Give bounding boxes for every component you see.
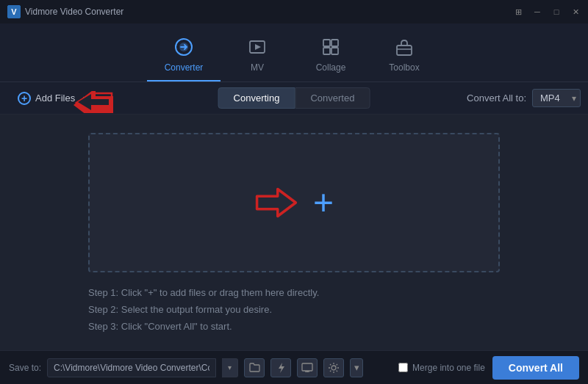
settings-dropdown-icon[interactable]: ▾ [350,358,363,377]
nav-tabs: Converter MV Collage [0,23,588,82]
toolbar: + Add Files ▾ Converting Converted Conve… [0,82,588,115]
tab-converter[interactable]: Converter [147,30,220,81]
convert-all-to-label: Convert All to: [467,93,526,104]
tab-toolbox[interactable]: Toolbox [368,30,441,81]
save-to-label: Save to: [9,363,41,373]
maximize-icon[interactable]: □ [551,7,562,17]
bottom-bar: Save to: ▾ ▾ Merge into one file Convert… [0,350,588,384]
app-icon: V [7,5,21,18]
convert-all-button[interactable]: Convert All [492,356,579,380]
sub-tab-converted[interactable]: Converted [295,87,370,109]
svg-point-17 [331,366,336,370]
svg-rect-14 [302,363,312,371]
settings-icon-button[interactable] [323,358,344,377]
add-files-label: Add Files [35,93,75,104]
converter-icon [174,37,193,59]
tab-collage[interactable]: Collage [294,30,368,81]
step-1: Step 1: Click "+" to add files or drag t… [88,287,500,298]
svg-rect-6 [331,40,338,46]
merge-label-text: Merge into one file [412,363,485,373]
tab-converter-label: Converter [165,62,204,73]
toolbar-annotation-arrow [74,91,113,116]
format-select-wrapper: MP4 AVI MKV MOV [532,89,581,107]
merge-checkbox-label[interactable]: Merge into one file [398,363,485,373]
titlebar: V Vidmore Video Converter ⊞ ─ □ ✕ [0,0,588,23]
svg-rect-7 [323,48,330,54]
drop-zone-arrow-icon [254,186,298,219]
titlebar-title: Vidmore Video Converter [25,7,123,17]
titlebar-controls: ⊞ ─ □ ✕ [513,7,581,17]
tab-toolbox-label: Toolbox [389,62,419,73]
plus-circle-icon: + [18,92,31,105]
format-select[interactable]: MP4 AVI MKV MOV [532,89,581,107]
lightning-icon-button[interactable] [270,358,291,377]
sub-tab-converting[interactable]: Converting [218,87,295,109]
tab-collage-label: Collage [316,62,346,73]
titlebar-left: V Vidmore Video Converter [7,5,123,18]
convert-all-to: Convert All to: MP4 AVI MKV MOV [467,89,581,107]
save-path-input[interactable] [47,358,216,377]
folder-icon-button[interactable] [244,358,265,377]
tab-mv-label: MV [251,62,264,73]
grid-icon[interactable]: ⊞ [513,7,523,17]
minimize-icon[interactable]: ─ [532,7,542,17]
drop-zone-plus-icon: + [313,185,334,220]
drop-zone[interactable]: + [88,133,500,272]
close-icon[interactable]: ✕ [570,7,581,17]
tab-mv[interactable]: MV [220,30,294,81]
display-icon-button[interactable] [297,358,318,377]
sub-tabs: Converting Converted [218,87,370,109]
save-path-dropdown-icon[interactable]: ▾ [222,358,238,377]
steps-container: Step 1: Click "+" to add files or drag t… [88,287,500,332]
step-2: Step 2: Select the output format you des… [88,304,500,315]
mv-icon [248,37,267,59]
step-3: Step 3: Click "Convert All" to start. [88,321,500,332]
main-content: + Step 1: Click "+" to add files or drag… [0,115,588,350]
merge-checkbox[interactable] [398,363,408,372]
svg-rect-8 [331,48,338,54]
collage-icon [321,37,340,59]
svg-rect-9 [397,46,412,55]
svg-text:V: V [11,7,17,16]
toolbox-icon [395,37,414,59]
bottom-right: Merge into one file Convert All [398,356,579,380]
svg-rect-5 [323,40,330,46]
